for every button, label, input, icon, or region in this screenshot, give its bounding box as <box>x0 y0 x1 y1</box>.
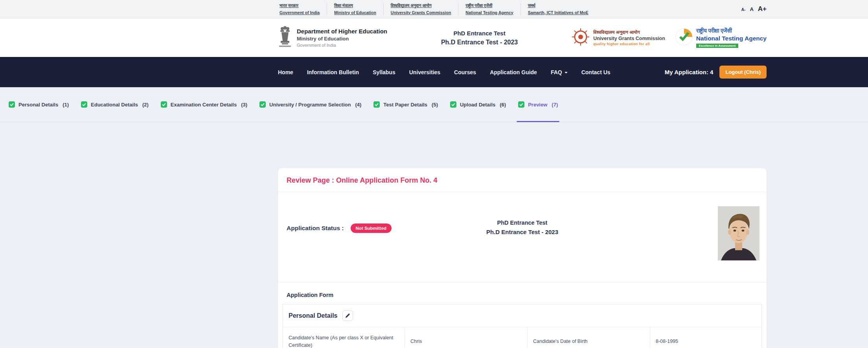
nav-item-universities[interactable]: Universities <box>409 69 440 75</box>
step-label: University / Programme Selection <box>269 102 351 108</box>
site-header: Department of Higher Education Ministry … <box>0 18 868 57</box>
nav-item-application-guide[interactable]: Application Guide <box>490 69 537 75</box>
font-normal-button[interactable]: A <box>750 6 753 12</box>
link-english-label: Ministry of Education <box>334 10 376 15</box>
link-ugc[interactable]: विश्वविद्यालय अनुदान आयोग University Gra… <box>384 3 458 15</box>
form-step-tabs: Personal Details (1) Educational Details… <box>0 87 868 122</box>
link-english-label: Government of India <box>280 10 320 15</box>
exam-title-line1: PhD Entrance Test <box>441 30 518 37</box>
checked-checkbox-icon[interactable] <box>9 101 15 108</box>
step-number: (1) <box>63 102 69 108</box>
exam-title-line2: Ph.D Entrance Test - 2023 <box>441 39 518 46</box>
link-hindi-label: समर्थ <box>528 3 588 8</box>
review-page-title: Review Page : Online Application Form No… <box>287 176 758 185</box>
step-label: Test Paper Details <box>383 102 427 108</box>
step-educational-details[interactable]: Educational Details (2) <box>81 87 149 122</box>
exam-title-review-line1: PhD Entrance Test <box>278 220 767 226</box>
step-number: (2) <box>142 102 149 108</box>
logout-button[interactable]: Logout (Chris) <box>719 66 767 79</box>
nta-hindi-name: राष्ट्रीय परीक्षा एजेंसी <box>696 27 767 34</box>
nta-excellence-badge: Excellence in Assessment <box>696 44 739 48</box>
font-decrease-button[interactable]: A- <box>741 7 746 12</box>
exam-title-review: PhD Entrance Test Ph.D Entrance Test - 2… <box>278 220 767 235</box>
link-english-label: National Testing Agency <box>465 10 513 15</box>
application-status-section: Application Status : Not Submitted PhD E… <box>278 192 767 282</box>
step-number: (4) <box>355 102 361 108</box>
step-preview-active[interactable]: Preview (7) <box>518 87 558 122</box>
nta-logo: राष्ट्रीय परीक्षा एजेंसी National Testin… <box>675 27 767 48</box>
review-card: Review Page : Online Application Form No… <box>278 168 767 348</box>
checked-checkbox-icon[interactable] <box>259 101 266 108</box>
exam-title-review-line2: Ph.D Entrance Test - 2023 <box>278 229 767 235</box>
nta-english-name: National Testing Agency <box>696 35 767 42</box>
step-test-paper-details[interactable]: Test Paper Details (5) <box>373 87 438 122</box>
pencil-icon <box>345 313 350 318</box>
link-hindi-label: विश्वविद्यालय अनुदान आयोग <box>391 3 451 8</box>
checked-checkbox-icon[interactable] <box>373 101 380 108</box>
step-label: Examination Center Details <box>171 102 237 108</box>
ugc-emblem-icon <box>572 28 590 48</box>
exam-title: PhD Entrance Test Ph.D Entrance Test - 2… <box>441 30 518 46</box>
department-subtext: Government of India <box>297 43 387 48</box>
font-size-controls: A- A A+ <box>741 5 767 13</box>
step-number: (3) <box>241 102 247 108</box>
nav-item-faq-label: FAQ <box>551 69 562 75</box>
field-value-candidate-name: Chris <box>405 327 528 348</box>
partner-logos: विश्वविद्यालय अनुदान आयोग University Gra… <box>572 27 767 48</box>
personal-details-title: Personal Details <box>289 312 338 319</box>
font-increase-button[interactable]: A+ <box>758 5 767 13</box>
step-number: (5) <box>432 102 438 108</box>
main-content: Review Page : Online Application Form No… <box>0 122 868 348</box>
step-personal-details[interactable]: Personal Details (1) <box>9 87 69 122</box>
link-nta[interactable]: राष्ट्रीय परीक्षा एजेंसी National Testin… <box>458 3 520 15</box>
ugc-hindi-name: विश्वविद्यालय अनुदान आयोग <box>593 29 665 35</box>
candidate-photo <box>718 206 760 260</box>
checked-checkbox-icon[interactable] <box>161 101 167 108</box>
nav-item-home[interactable]: Home <box>278 69 293 75</box>
checked-checkbox-icon[interactable] <box>450 101 456 108</box>
ugc-logo: विश्वविद्यालय अनुदान आयोग University Gra… <box>572 28 665 48</box>
link-hindi-label: शिक्षा मंत्रालय <box>334 3 376 8</box>
nav-item-faq[interactable]: FAQ <box>551 69 568 75</box>
step-university-programme-selection[interactable]: University / Programme Selection (4) <box>259 87 361 122</box>
step-label: Educational Details <box>91 102 138 108</box>
step-examination-center-details[interactable]: Examination Center Details (3) <box>161 87 247 122</box>
link-government-of-india[interactable]: भारत सरकार Government of India <box>278 3 327 15</box>
application-form-label: Application Form <box>278 282 767 304</box>
department-subtitle: Ministry of Education <box>297 36 387 42</box>
ugc-english-name: University Grants Commission <box>593 36 665 41</box>
ugc-tagline: quality higher education for all <box>593 42 665 46</box>
link-hindi-label: राष्ट्रीय परीक्षा एजेंसी <box>465 3 513 8</box>
nta-emblem-icon <box>675 28 693 47</box>
government-links: भारत सरकार Government of India शिक्षा मं… <box>278 3 596 15</box>
link-english-label: University Grants Commission <box>391 10 451 15</box>
field-label-candidate-name: Candidate's Name (As per class X or Equi… <box>283 327 405 348</box>
top-strip: भारत सरकार Government of India शिक्षा मं… <box>0 0 868 18</box>
step-number: (6) <box>500 102 506 108</box>
personal-details-section: Personal Details Candidate's Name (As pe… <box>283 304 762 348</box>
step-label: Upload Details <box>460 102 495 108</box>
step-upload-details[interactable]: Upload Details (6) <box>450 87 506 122</box>
department-title: Department of Higher Education <box>297 28 387 35</box>
nav-menu: Home Information Bulletin Syllabus Unive… <box>278 69 611 75</box>
table-row: Candidate's Name (As per class X or Equi… <box>283 327 761 348</box>
nav-item-information-bulletin[interactable]: Information Bulletin <box>307 69 359 75</box>
nav-item-syllabus[interactable]: Syllabus <box>373 69 395 75</box>
nav-item-contact-us[interactable]: Contact Us <box>581 69 611 75</box>
link-ministry-of-education[interactable]: शिक्षा मंत्रालय Ministry of Education <box>327 3 384 15</box>
checked-checkbox-icon[interactable] <box>81 101 87 108</box>
step-label: Personal Details <box>18 102 58 108</box>
checked-checkbox-icon[interactable] <box>518 101 524 108</box>
field-value-date-of-birth: 8-08-1995 <box>650 327 761 348</box>
my-application-count[interactable]: My Application: 4 <box>665 69 714 75</box>
step-label: Preview <box>528 102 547 108</box>
field-label-date-of-birth: Candidate's Date of Birth <box>528 327 650 348</box>
edit-personal-details-button[interactable] <box>342 310 353 321</box>
link-english-label: Samarth, ICT Initiatives of MoE <box>528 10 588 15</box>
main-navbar: Home Information Bulletin Syllabus Unive… <box>0 57 868 87</box>
link-samarth[interactable]: समर्थ Samarth, ICT Initiatives of MoE <box>521 3 596 15</box>
nav-item-courses[interactable]: Courses <box>454 69 476 75</box>
link-hindi-label: भारत सरकार <box>280 3 320 8</box>
step-number: (7) <box>552 102 558 108</box>
department-branding: Department of Higher Education Ministry … <box>278 26 387 49</box>
